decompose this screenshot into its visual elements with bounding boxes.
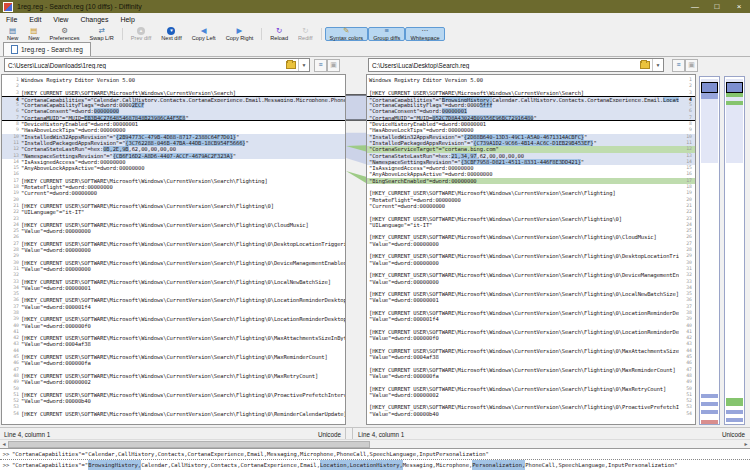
right-diff-overview-map[interactable]: [724, 76, 745, 425]
toolbar-button-label: Copy Left: [192, 35, 216, 41]
folder-icon[interactable]: [286, 61, 296, 69]
scrollbar-thumb[interactable]: [8, 441, 370, 448]
minimap-cur-block: [701, 82, 718, 93]
tab-1reg-search[interactable]: 1reg.reg - Search.reg: [3, 42, 91, 56]
code-line[interactable]: 54"Value"=dword:00000b40: [367, 411, 695, 417]
whitespace-button[interactable]: ⋯Whitespace: [405, 27, 444, 41]
swap-l-r-button[interactable]: ⇄Swap L/R: [85, 27, 119, 41]
minimap-chg-block: [701, 394, 718, 398]
copy-left-icon: ◀: [201, 27, 207, 35]
syntax-colors-icon: ✎: [343, 27, 349, 35]
diff-marker: >>: [0, 449, 12, 459]
right-code-pane[interactable]: 1Windows Registry Editor Version 5.0023[…: [366, 74, 696, 425]
copy-left-button[interactable]: ◀Copy Left: [187, 27, 221, 41]
toolbar-button-label: Swap L/R: [90, 35, 114, 41]
diff-editor: 1Windows Registry Editor Version 5.0023[…: [0, 74, 750, 427]
line-text: "CortanaMUID"="MUID=EB3B4C2764854687848B…: [21, 115, 345, 120]
menu-changes[interactable]: Changes: [74, 13, 114, 26]
window-title: 1reg.reg - Search.reg (10 diffs) - Diffi…: [17, 3, 142, 10]
line-text: [HKEY_CURRENT_USER\SOFTWARE\Microsoft\Wi…: [367, 90, 679, 96]
app-icon: [3, 2, 13, 12]
toolbar-button-label: New: [7, 35, 18, 41]
minimap-chg-block: [701, 410, 718, 414]
new-button[interactable]: ▤New: [2, 27, 23, 41]
right-file-path: C:\Users\Luca\Desktop\Search.reg: [369, 62, 638, 69]
chevron-down-icon[interactable]: ▼: [298, 59, 309, 71]
window-controls: —□×: [684, 0, 750, 13]
minimap-chg-block: [726, 410, 743, 414]
line-text: [HKEY_CURRENT_USER\SOFTWARE\Microsoft\Wi…: [21, 411, 345, 417]
minimap-chg-block: [726, 418, 743, 422]
toolbar-button-label: Rediff: [298, 35, 313, 41]
chevron-down-icon[interactable]: ▼: [652, 59, 663, 71]
minimap-chg-block: [701, 93, 718, 99]
reload-button[interactable]: ↻Reload: [265, 27, 293, 41]
left-encoding: Unicode: [318, 431, 341, 438]
line-number: 7: [2, 115, 21, 120]
folder-icon[interactable]: [640, 61, 650, 69]
new-button[interactable]: ▤New: [23, 27, 44, 41]
preferences-icon: ⚙: [61, 27, 68, 35]
toolbar: ▤New▤New⚙Preferences⇄Swap L/R▲Prev diff▼…: [0, 26, 750, 42]
menu-file[interactable]: File: [0, 13, 23, 26]
syntax-colors-button[interactable]: ✎Syntax colors: [325, 27, 369, 41]
right-file-path-combobox[interactable]: C:\Users\Luca\Desktop\Search.reg ▼: [368, 58, 664, 72]
copy-right-button[interactable]: ▶Copy Right: [221, 27, 259, 41]
copy-right-icon: ▶: [237, 27, 243, 35]
whitespace-icon: ⋯: [421, 27, 429, 35]
minimap-add-block: [726, 398, 743, 406]
line-number: 3: [2, 90, 21, 96]
group-diffs-icon: ≡: [385, 27, 389, 35]
toolbar-separator: [321, 28, 322, 40]
minimap-add-block: [726, 101, 743, 105]
history-list-button[interactable]: ≡: [672, 59, 685, 72]
diff-marker: >>: [0, 460, 12, 470]
toolbar-button-label: Copy Right: [226, 35, 254, 41]
title-bar: 1reg.reg - Search.reg (10 diffs) - Diffi…: [0, 0, 750, 13]
diff-detail-line: >>"CortanaCapabilities"="BrowsingHistory…: [0, 460, 750, 470]
toolbar-button-label: Group diffs: [373, 35, 400, 41]
save-left-button[interactable]: ▣: [327, 59, 340, 72]
toolbar-separator: [261, 28, 262, 40]
toolbar-button-label: New: [28, 35, 39, 41]
prev-diff-icon: ▲: [137, 27, 145, 35]
minimize-button[interactable]: —: [684, 0, 706, 13]
right-cursor-position: Line 4, column 1: [358, 431, 404, 438]
rediff-icon: ↻: [302, 27, 308, 35]
rediff-button: ↻Rediff: [293, 27, 318, 41]
line-text: "Value"=dword:00000b40: [367, 411, 679, 417]
code-line[interactable]: 54[HKEY_CURRENT_USER\SOFTWARE\Microsoft\…: [2, 411, 345, 417]
menu-help[interactable]: Help: [114, 13, 140, 26]
preferences-button[interactable]: ⚙Preferences: [44, 27, 84, 41]
new-right-file-icon: ▤: [30, 27, 37, 35]
left-file-path-combobox[interactable]: C:\Users\Luca\Downloads\1reg.reg ▼: [4, 58, 310, 72]
maximize-button[interactable]: □: [706, 0, 728, 13]
left-code-pane[interactable]: 1Windows Registry Editor Version 5.0023[…: [1, 74, 346, 425]
diffinity-window: { "window": { "title": "1reg.reg - Searc…: [0, 0, 750, 470]
left-file-path: C:\Users\Luca\Downloads\1reg.reg: [5, 62, 284, 69]
left-diff-overview-map[interactable]: [699, 76, 720, 425]
toolbar-button-label: Whitespace: [410, 35, 439, 41]
diff-detail-panel: >>"CortanaCapabilities"="Calendar,CallHi…: [0, 448, 750, 470]
save-right-button[interactable]: ▣: [685, 59, 698, 72]
tab-label: 1reg.reg - Search.reg: [21, 46, 83, 53]
code-line[interactable]: 3[HKEY_CURRENT_USER\SOFTWARE\Microsoft\W…: [367, 90, 695, 96]
toolbar-separator: [122, 28, 123, 40]
history-list-button[interactable]: ≡: [314, 59, 327, 72]
line-number: 7: [679, 115, 695, 120]
toolbar-button-label: Next diff: [161, 35, 181, 41]
path-row: C:\Users\Luca\Downloads\1reg.reg ▼ ≡ ▣ C…: [0, 56, 750, 74]
prev-diff-button: ▲Prev diff: [126, 27, 156, 41]
new-left-file-icon: ▤: [9, 27, 16, 35]
minimap-del-block: [701, 420, 718, 424]
group-diffs-button[interactable]: ≡Group diffs: [368, 27, 405, 41]
menu-view[interactable]: View: [47, 13, 74, 26]
menu-edit[interactable]: Edit: [23, 13, 47, 26]
close-button[interactable]: ×: [728, 0, 750, 13]
next-diff-button[interactable]: ▼Next diff: [156, 27, 186, 41]
line-text: "CortanaMUID"="MUID=052C7D8A43024B09356E…: [367, 115, 679, 120]
menu-bar: FileEditViewChangesHelp: [0, 13, 750, 26]
left-cursor-position: Line 4, column 1: [4, 431, 50, 438]
tab-bar: 1reg.reg - Search.reg: [0, 42, 750, 57]
code-line[interactable]: 3[HKEY_CURRENT_USER\SOFTWARE\Microsoft\W…: [2, 90, 345, 96]
